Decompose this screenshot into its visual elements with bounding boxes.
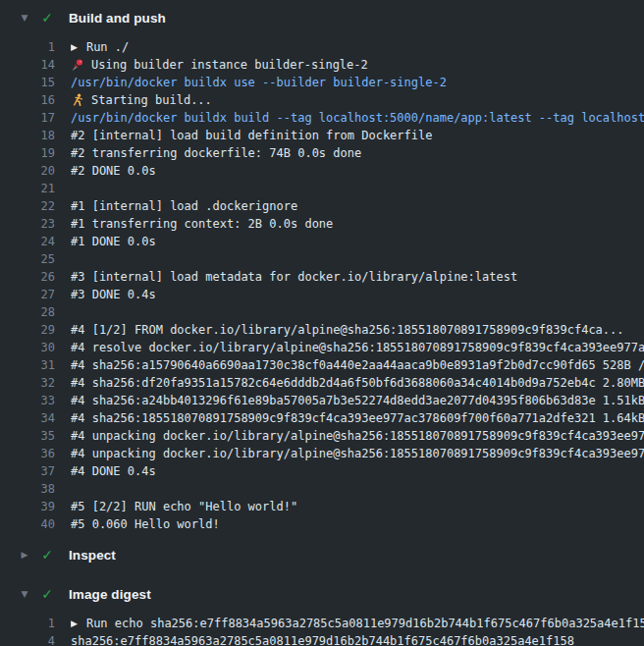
section-lines: 1 ▶Run echo sha256:e7ff8834a5963a2785c5a…: [0, 612, 644, 646]
line-content: #4 sha256:a24bb4013296f61e89ba57005a7b3e…: [71, 392, 644, 409]
line-content: #5 0.060 Hello world!: [71, 515, 220, 533]
log-text: #4 sha256:a15790640a6690aa1730c38cf0a440…: [71, 356, 644, 374]
log-line: 22 #1 [internal] load .dockerignore: [0, 197, 644, 215]
log-line: 21: [0, 180, 644, 197]
log-section: ▶ ✓ Inspect: [0, 537, 644, 572]
line-number[interactable]: 31: [0, 356, 55, 374]
log-line: 1 ▶Run echo sha256:e7ff8834a5963a2785c5a…: [0, 615, 644, 632]
section-lines: 1 ▶Run ./ 14 Using builder instance buil…: [0, 35, 644, 533]
section-title: Build and push: [69, 11, 166, 26]
line-number[interactable]: 25: [0, 250, 55, 268]
log-text: #1 transferring context: 2B 0.0s done: [71, 215, 333, 233]
line-number[interactable]: 38: [0, 480, 55, 498]
log-text: Run ./: [86, 38, 129, 56]
log-line: 31 #4 sha256:a15790640a6690aa1730c38cf0a…: [0, 356, 644, 374]
log-line: 1 ▶Run ./: [0, 38, 644, 56]
line-number[interactable]: 15: [0, 74, 55, 91]
chevron-right-icon: ▶: [18, 550, 31, 560]
line-content: ▶Run echo sha256:e7ff8834a5963a2785c5a08…: [71, 615, 644, 632]
chevron-down-icon: ▼: [18, 13, 31, 23]
line-number[interactable]: 29: [0, 321, 55, 339]
log-line: 34 #4 sha256:185518070891758909c9f839cf4…: [0, 409, 644, 427]
log-text: #2 transferring dockerfile: 74B 0.0s don…: [71, 144, 361, 162]
log-line: 19 #2 transferring dockerfile: 74B 0.0s …: [0, 144, 644, 162]
line-content: /usr/bin/docker buildx build --tag local…: [71, 109, 644, 127]
log-text: #4 sha256:185518070891758909c9f839cf4ca3…: [71, 409, 644, 427]
run-expander-icon[interactable]: ▶: [71, 615, 78, 632]
log-text: #2 DONE 0.0s: [71, 162, 156, 180]
line-content: #4 sha256:a15790640a6690aa1730c38cf0a440…: [71, 356, 644, 374]
log-text: #4 sha256:a24bb4013296f61e89ba57005a7b3e…: [71, 392, 644, 409]
line-number[interactable]: 37: [0, 462, 55, 480]
section-header-image-digest[interactable]: ▼ ✓ Image digest: [0, 576, 644, 612]
line-content: Starting build...: [71, 91, 212, 109]
log-line: 40 #5 0.060 Hello world!: [0, 515, 644, 533]
line-number[interactable]: 21: [0, 180, 55, 197]
log-text: #1 [internal] load .dockerignore: [71, 197, 297, 215]
line-content: #1 DONE 0.0s: [71, 233, 156, 250]
line-number[interactable]: 32: [0, 374, 55, 392]
chevron-down-icon: ▼: [18, 589, 31, 599]
log-text: Using builder instance builder-single-2: [91, 56, 368, 74]
section-header-inspect[interactable]: ▶ ✓ Inspect: [0, 537, 644, 572]
line-content: #3 DONE 0.4s: [71, 286, 156, 303]
log-line: 28: [0, 303, 644, 321]
log-line: 14 Using builder instance builder-single…: [0, 56, 644, 74]
line-number[interactable]: 1: [0, 615, 55, 632]
log-line: 30 #4 resolve docker.io/library/alpine@s…: [0, 339, 644, 356]
log-text: #1 DONE 0.0s: [71, 233, 156, 250]
line-number[interactable]: 28: [0, 303, 55, 321]
log-text: #4 unpacking docker.io/library/alpine@sh…: [71, 427, 644, 445]
log-line: 15 /usr/bin/docker buildx use --builder …: [0, 74, 644, 91]
line-number[interactable]: 19: [0, 144, 55, 162]
log-text: Starting build...: [91, 91, 212, 109]
line-number[interactable]: 23: [0, 215, 55, 233]
log-text: #3 [internal] load metadata for docker.i…: [71, 268, 517, 286]
line-number[interactable]: 20: [0, 162, 55, 180]
line-number[interactable]: 40: [0, 515, 55, 533]
log-line: 4 sha256:e7ff8834a5963a2785c5a0811e979d1…: [0, 632, 644, 646]
log-text: #2 [internal] load build definition from…: [71, 127, 432, 144]
log-line: 17 /usr/bin/docker buildx build --tag lo…: [0, 109, 644, 127]
line-number[interactable]: 1: [0, 38, 55, 56]
line-number[interactable]: 33: [0, 392, 55, 409]
runner-icon: [71, 93, 84, 107]
line-number[interactable]: 24: [0, 233, 55, 250]
line-number[interactable]: 17: [0, 109, 55, 127]
log-line: 38: [0, 480, 644, 498]
line-number[interactable]: 35: [0, 427, 55, 445]
line-number[interactable]: 16: [0, 91, 55, 109]
log-text: #4 DONE 0.4s: [71, 462, 156, 480]
log-text: Run echo sha256:e7ff8834a5963a2785c5a081…: [86, 615, 644, 632]
line-number[interactable]: 18: [0, 127, 55, 144]
log-text: #4 unpacking docker.io/library/alpine@sh…: [71, 445, 644, 462]
line-content: #1 transferring context: 2B 0.0s done: [71, 215, 333, 233]
log-line: 23 #1 transferring context: 2B 0.0s done: [0, 215, 644, 233]
line-number[interactable]: 22: [0, 197, 55, 215]
line-number[interactable]: 14: [0, 56, 55, 74]
line-content: #4 DONE 0.4s: [71, 462, 156, 480]
line-number[interactable]: 26: [0, 268, 55, 286]
line-number[interactable]: 4: [0, 632, 55, 646]
command-text: /usr/bin/docker buildx use --builder bui…: [71, 74, 447, 91]
log-line: 18 #2 [internal] load build definition f…: [0, 127, 644, 144]
run-expander-icon[interactable]: ▶: [71, 38, 78, 56]
actions-log-viewer: ▼ ✓ Build and push 1 ▶Run ./ 14 Using bu…: [0, 0, 644, 646]
section-header-build-and-push[interactable]: ▼ ✓ Build and push: [0, 0, 644, 35]
line-number[interactable]: 34: [0, 409, 55, 427]
log-text: #5 [2/2] RUN echo "Hello world!": [71, 498, 297, 515]
line-content: #4 unpacking docker.io/library/alpine@sh…: [71, 427, 644, 445]
log-text: #4 resolve docker.io/library/alpine@sha2…: [71, 339, 644, 356]
log-line: 35 #4 unpacking docker.io/library/alpine…: [0, 427, 644, 445]
pushpin-icon: [71, 58, 84, 72]
line-content: #4 sha256:df20fa9351a15782c64e6dddb2d4a6…: [71, 374, 644, 392]
line-content: #2 [internal] load build definition from…: [71, 127, 432, 144]
line-number[interactable]: 36: [0, 445, 55, 462]
line-number[interactable]: 27: [0, 286, 55, 303]
line-number[interactable]: 39: [0, 498, 55, 515]
log-text: #3 DONE 0.4s: [71, 286, 156, 303]
line-number[interactable]: 30: [0, 339, 55, 356]
section-title: Inspect: [69, 548, 116, 563]
log-text: #5 0.060 Hello world!: [71, 515, 220, 533]
log-line: 33 #4 sha256:a24bb4013296f61e89ba57005a7…: [0, 392, 644, 409]
